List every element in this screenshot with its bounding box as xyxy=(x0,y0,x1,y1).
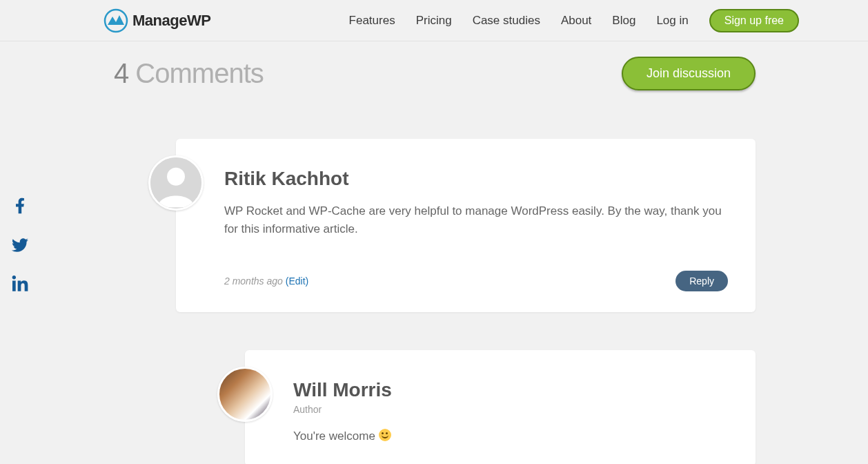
comment-body: You're welcome xyxy=(293,427,728,445)
comments-header: 4 Comments Join discussion xyxy=(114,57,756,90)
nav-case-studies[interactable]: Case studies xyxy=(473,14,540,28)
site-header: ManageWP Features Pricing Case studies A… xyxy=(0,0,868,41)
nav-pricing[interactable]: Pricing xyxy=(416,14,452,28)
main-nav: Features Pricing Case studies About Blog… xyxy=(349,9,799,32)
comment-author: Ritik Kachhot xyxy=(224,168,728,190)
nav-login[interactable]: Log in xyxy=(656,14,688,28)
comment-author: Will Morris xyxy=(293,379,728,401)
avatar xyxy=(217,367,273,422)
comment-body: WP Rocket and WP-Cache are very helpful … xyxy=(224,202,728,239)
comment-time: 2 months ago xyxy=(224,276,283,287)
default-avatar-icon xyxy=(150,155,201,211)
comment-card: Ritik Kachhot WP Rocket and WP-Cache are… xyxy=(176,139,756,312)
edit-link[interactable]: (Edit) xyxy=(286,276,308,287)
comment-footer: 2 months ago (Edit) Reply xyxy=(224,271,728,291)
author-role: Author xyxy=(293,404,728,415)
signup-button[interactable]: Sign up free xyxy=(709,9,799,32)
join-discussion-button[interactable]: Join discussion xyxy=(622,57,756,90)
comment-body-text: You're welcome xyxy=(293,429,379,443)
twitter-icon[interactable] xyxy=(10,237,30,256)
smile-emoji-icon xyxy=(379,429,391,441)
comments-label: Comments xyxy=(128,58,264,88)
nav-about[interactable]: About xyxy=(561,14,591,28)
svg-point-0 xyxy=(105,10,127,32)
comments-section: 4 Comments Join discussion Ritik Kachhot… xyxy=(114,57,756,464)
comment-meta: 2 months ago (Edit) xyxy=(224,276,308,287)
reply-button[interactable]: Reply xyxy=(675,271,728,291)
nav-blog[interactable]: Blog xyxy=(612,14,635,28)
brand-name: ManageWP xyxy=(132,12,210,30)
facebook-icon[interactable] xyxy=(15,197,25,218)
svg-point-2 xyxy=(167,168,185,186)
comment-card: Will Morris Author You're welcome xyxy=(245,350,756,464)
page-content: 4 Comments Join discussion Ritik Kachhot… xyxy=(0,41,868,464)
brand-logo[interactable]: ManageWP xyxy=(103,8,210,33)
avatar xyxy=(148,155,204,211)
linkedin-icon[interactable] xyxy=(11,276,29,296)
managewp-logo-icon xyxy=(103,8,128,33)
comments-title: 4 Comments xyxy=(114,58,264,89)
comments-count: 4 xyxy=(114,58,128,88)
nav-features[interactable]: Features xyxy=(349,14,395,28)
social-share-sidebar xyxy=(10,197,30,296)
